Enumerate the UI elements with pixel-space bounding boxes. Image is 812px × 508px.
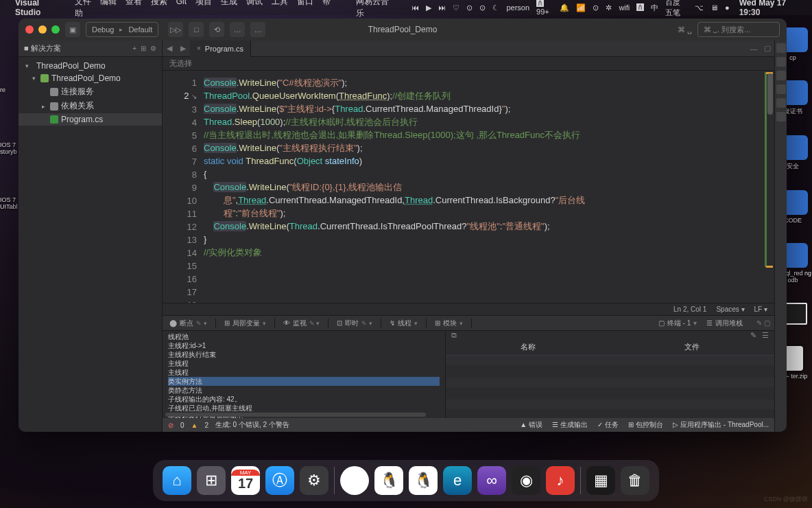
status-item[interactable]: ⌥ <box>695 3 704 12</box>
status-item[interactable]: ⏭ <box>438 3 446 12</box>
eol-selector[interactable]: LF ▾ <box>754 305 767 313</box>
dock-visual-studio[interactable]: ∞ <box>477 466 506 495</box>
callstack-panel[interactable]: ⧉ ✎ ☰ 名称文件 <box>445 331 774 418</box>
status-item[interactable]: ☾ <box>492 3 499 12</box>
add-icon[interactable]: + <box>132 45 136 52</box>
indent-selector[interactable]: Spaces ▾ <box>716 305 744 313</box>
tree-node-依赖关系[interactable]: ▸依赖关系 <box>19 99 162 113</box>
menu-工具[interactable]: 工具 <box>272 0 288 6</box>
menu-编辑[interactable]: 编辑 <box>100 0 117 6</box>
dock-system-settings[interactable]: ⚙ <box>300 466 329 495</box>
panel-tab-监视[interactable]: 👁监视✎ ▾ <box>280 319 323 328</box>
status-pad-包控制台[interactable]: ⊞包控制台 <box>628 420 663 430</box>
settings-icon[interactable]: ⚙ <box>150 45 156 52</box>
minimize-panel-icon[interactable]: — <box>747 45 761 53</box>
status-item[interactable]: 🅰 <box>636 3 644 12</box>
app-name[interactable]: Visual Studio <box>15 0 65 17</box>
dock-trash[interactable]: 🗑 <box>621 466 649 495</box>
dock-calendar[interactable]: MAY17 <box>231 466 260 495</box>
tree-node-Program.cs[interactable]: Program.cs <box>19 113 162 126</box>
status-tray[interactable]: ⏮▶⏭♡⊙⊙☾person🅰 99+🔔📶⊙✲wifi🅰中百度五笔⌥🖥● <box>411 0 729 18</box>
unit-tests-icon[interactable] <box>776 84 786 94</box>
document-outline-icon[interactable] <box>776 71 786 80</box>
status-item[interactable]: ⊙ <box>466 3 473 12</box>
properties-icon[interactable] <box>776 57 786 67</box>
menu-查看[interactable]: 查看 <box>126 0 142 6</box>
run-button[interactable]: ▷▷ <box>168 22 183 37</box>
warning-icon[interactable]: ▲ <box>191 422 198 429</box>
menu-Git[interactable]: Git <box>176 0 187 6</box>
maximize-panel-icon[interactable]: ▢ <box>761 44 774 53</box>
tab-nav-forward[interactable]: ▶ <box>176 44 190 53</box>
macos-dock[interactable]: ⌂⊞MAY17Ⓐ⚙◎🐧🐧e∞◉♪▦🗑 <box>153 460 659 501</box>
git-icon[interactable] <box>776 98 786 108</box>
panel-tab-模块[interactable]: ⊞模块▾ <box>432 319 466 328</box>
solution-explorer[interactable]: ■ 解决方案 + ⊞ ⚙ ▾ThreadPool_Demo▾ThreadPool… <box>19 41 163 432</box>
editor-tabs[interactable]: ◀ ▶ × Program.cs — ▢ <box>163 41 774 57</box>
menu-调试[interactable]: 调试 <box>246 0 263 6</box>
status-item[interactable]: 中 <box>651 3 658 13</box>
panel-tab-局部变量[interactable]: ⊞局部变量▾ <box>222 319 269 328</box>
menu-生成[interactable]: 生成 <box>221 0 237 6</box>
status-item[interactable]: ⊙ <box>593 3 599 12</box>
statusbar[interactable]: ⊘ 0 ▲ 2 生成: 0 个错误, 2 个警告 ▲错误☰生成输出✓任务⊞包控制… <box>163 418 774 432</box>
code-editor[interactable]: Console.WriteLine("C#线程池演示");ThreadPool.… <box>204 71 765 303</box>
dock-appstore[interactable]: Ⓐ <box>265 466 294 495</box>
dock-finder[interactable]: ⌂ <box>163 466 191 495</box>
dock-chrome[interactable]: ◎ <box>340 466 369 495</box>
dock-activity[interactable]: ▦ <box>586 466 615 495</box>
edit-icon[interactable]: ✎ <box>750 331 756 340</box>
more-button[interactable]: … <box>250 22 265 37</box>
status-item[interactable]: ● <box>725 3 730 12</box>
status-item[interactable]: 🔔 <box>560 3 569 12</box>
status-pad-应用程序输出 - ThreadPool...[interactable]: ▷应用程序输出 - ThreadPool... <box>673 420 769 430</box>
stop-button[interactable]: □ <box>189 22 204 37</box>
status-item[interactable]: 百度五笔 <box>665 0 688 18</box>
dock-qq1[interactable]: 🐧 <box>374 466 403 495</box>
window-controls[interactable] <box>25 25 60 34</box>
panel-toggle-button[interactable]: ▣ <box>65 22 80 37</box>
panel-tab-调用堆栈[interactable]: ☰调用堆栈 <box>704 319 745 328</box>
tab-nav-back[interactable]: ◀ <box>163 44 176 53</box>
debug-tool-tabs[interactable]: ⬤断点✎ ▾⊞局部变量▾👁监视✎ ▾⊡即时✎ ▾↯线程▾⊞模块▾▢终端 - 1▾… <box>163 315 774 330</box>
tab-program-cs[interactable]: × Program.cs <box>190 41 251 57</box>
zoom-icon[interactable] <box>51 25 60 34</box>
tree-node-连接服务[interactable]: 连接服务 <box>19 84 162 99</box>
menu-项目[interactable]: 项目 <box>195 0 212 6</box>
step-button[interactable]: … <box>230 22 245 37</box>
help-icon[interactable] <box>776 112 786 122</box>
minimize-icon[interactable] <box>38 25 47 34</box>
panel-tab-终端 - 1[interactable]: ▢终端 - 1▾ <box>656 319 700 328</box>
status-item[interactable]: ▶ <box>426 3 431 12</box>
dock-launchpad[interactable]: ⊞ <box>197 466 226 495</box>
status-pad-任务[interactable]: ✓任务 <box>597 420 619 430</box>
dock-edge[interactable]: e <box>443 466 472 495</box>
status-item[interactable]: ⏮ <box>411 3 419 12</box>
toolbox-icon[interactable] <box>776 43 786 53</box>
restart-button[interactable]: ⟲ <box>209 22 224 37</box>
vertical-scrollbar[interactable] <box>765 71 774 303</box>
output-panel[interactable]: 线程池主线程:id->1主线程执行结束主线程主线程类实例方法类静态方法子线程输出… <box>163 331 445 418</box>
dock-qq2[interactable]: 🐧 <box>409 466 438 495</box>
dock-netease-music[interactable]: ♪ <box>546 466 575 495</box>
close-icon[interactable] <box>25 25 34 34</box>
menu-窗口[interactable]: 窗口 <box>297 0 313 6</box>
status-pad-错误[interactable]: ▲错误 <box>520 420 542 430</box>
status-item[interactable]: ✲ <box>606 3 612 12</box>
menu-搜索[interactable]: 搜索 <box>151 0 167 6</box>
error-icon[interactable]: ⊘ <box>168 422 174 429</box>
run-configuration[interactable]: Debug▸Default <box>86 22 158 37</box>
status-item[interactable]: 🖥 <box>710 3 718 12</box>
panel-tab-即时[interactable]: ⊡即时✎ ▾ <box>334 319 375 328</box>
tab-close-icon[interactable]: × <box>197 45 201 52</box>
status-item[interactable]: wifi <box>619 3 630 12</box>
status-item[interactable]: ⊙ <box>479 3 486 12</box>
view-icon[interactable]: ⊞ <box>141 45 146 52</box>
status-item[interactable]: ♡ <box>453 3 459 12</box>
panel-tab-断点[interactable]: ⬤断点✎ ▾ <box>167 319 210 328</box>
tree-node-ThreadPool_Demo[interactable]: ▾ThreadPool_Demo <box>19 60 162 72</box>
status-item[interactable]: person <box>506 3 529 12</box>
status-item[interactable]: 🅰 99+ <box>536 0 553 16</box>
breadcrumb[interactable]: 无选择 <box>163 57 774 71</box>
right-tool-strip[interactable] <box>774 41 787 432</box>
